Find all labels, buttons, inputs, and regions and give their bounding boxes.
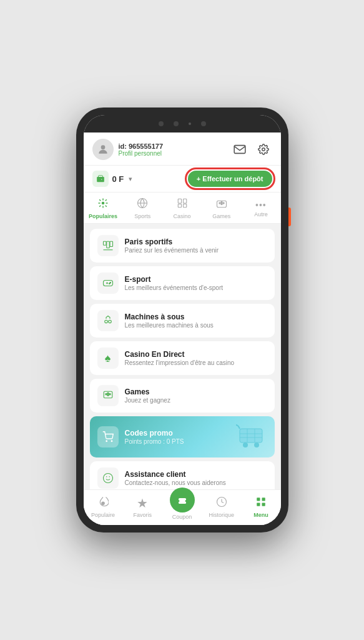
svg-point-13 [221, 203, 222, 204]
balance-amount: 0 F [112, 174, 124, 184]
games-icon [216, 198, 227, 212]
profile-label: Profil personnel [119, 150, 164, 157]
svg-rect-3 [97, 177, 104, 182]
svg-rect-45 [262, 498, 265, 501]
cart-svg [235, 422, 267, 449]
svg-point-27 [107, 392, 108, 394]
svg-rect-17 [110, 241, 113, 246]
paris-sportifs-subtitle: Pariez sur les événements à venir [125, 247, 219, 254]
header: id: 965555177 Profil personnel [84, 132, 281, 166]
esport-text: E-sport Les meilleurs événements d'e-spo… [125, 275, 224, 291]
svg-rect-44 [257, 498, 260, 501]
bottom-nav-populaire[interactable]: Populaire [84, 496, 123, 518]
menu-item-games[interactable]: Games Jouez et gagnez [90, 379, 275, 412]
wallet-icon [92, 171, 109, 187]
historique-nav-label: Historique [209, 512, 234, 518]
menu-item-esport[interactable]: E-sport Les meilleurs événements d'e-spo… [90, 266, 275, 300]
favoris-nav-icon: ★ [137, 496, 148, 511]
machines-text: Machines à sous Les meilleures machines … [125, 312, 214, 329]
casino-spade-icon: ♠ [105, 352, 111, 365]
app-content: id: 965555177 Profil personnel [84, 132, 281, 525]
menu-item-codes-promo[interactable]: Codes promo Points promo : 0 PTS [90, 416, 275, 458]
svg-point-33 [243, 442, 248, 448]
camera-right [201, 121, 206, 126]
svg-rect-46 [257, 502, 260, 506]
svg-point-22 [110, 282, 111, 284]
favoris-nav-label: Favoris [134, 512, 152, 518]
menu-item-machines[interactable]: Machines à sous Les meilleures machines … [90, 304, 275, 338]
casino-icon [177, 198, 188, 212]
profile-section[interactable]: id: 965555177 Profil personnel [92, 139, 164, 160]
bottom-nav-coupon[interactable]: Coupon [162, 494, 202, 520]
tab-sports[interactable]: Sports [123, 196, 162, 221]
paris-sportifs-icon-wrap [97, 235, 119, 256]
mail-icon-button[interactable] [231, 141, 248, 158]
deposit-button[interactable]: + Effectuer un dépôt [188, 171, 272, 187]
svg-rect-47 [262, 502, 265, 506]
assistance-title: Assistance client [125, 470, 226, 479]
bottom-nav: Populaire ★ Favoris Coupon [84, 489, 281, 525]
svg-point-25 [108, 320, 111, 323]
svg-point-14 [223, 202, 224, 204]
bottom-nav-historique[interactable]: Historique [202, 496, 241, 518]
games-label: Games [212, 213, 230, 219]
populaire-nav-icon [97, 496, 109, 511]
svg-point-11 [219, 202, 220, 204]
phone-frame: id: 965555177 Profil personnel [76, 108, 288, 532]
svg-point-2 [262, 148, 265, 151]
tab-casino[interactable]: Casino [162, 196, 202, 221]
codes-promo-subtitle: Points promo : 0 PTS [125, 438, 184, 445]
machines-title: Machines à sous [125, 312, 214, 321]
tab-autre[interactable]: ••• Autre [241, 199, 280, 219]
svg-rect-1 [234, 146, 245, 154]
balance-section[interactable]: 0 F ▾ [92, 171, 133, 187]
speaker [189, 122, 191, 125]
svg-point-23 [109, 283, 110, 284]
svg-point-26 [105, 394, 106, 395]
machines-subtitle: Les meilleures machines à sous [125, 322, 214, 329]
assistance-subtitle: Contactez-nous, nous vous aiderons [125, 479, 226, 486]
games-menu-text: Games Jouez et gagnez [125, 388, 170, 404]
camera-left [159, 121, 164, 126]
svg-point-28 [107, 394, 108, 396]
svg-rect-9 [183, 204, 186, 208]
codes-promo-icon-wrap [97, 426, 119, 448]
tab-populaires[interactable]: Populaires [84, 196, 123, 221]
menu-item-assistance[interactable]: Assistance client Contactez-nous, nous v… [90, 461, 275, 489]
machines-icon-wrap [97, 310, 119, 331]
menu-list: Paris sportifs Pariez sur les événements… [84, 224, 281, 489]
settings-icon-button[interactable] [255, 141, 272, 158]
bottom-nav-menu[interactable]: Menu [241, 496, 280, 518]
camera-center [174, 121, 179, 126]
profile-info: id: 965555177 Profil personnel [119, 142, 164, 157]
balance-bar: 0 F ▾ + Effectuer un dépôt [84, 166, 281, 192]
menu-item-paris-sportifs[interactable]: Paris sportifs Pariez sur les événements… [90, 229, 275, 262]
populaire-nav-label: Populaire [91, 512, 115, 518]
menu-item-casino[interactable]: ♠ Casino En Direct Ressentez l'impressio… [90, 341, 275, 375]
svg-rect-32 [240, 429, 262, 442]
assistance-icon-wrap [97, 468, 119, 489]
svg-point-30 [106, 441, 107, 442]
casino-direct-subtitle: Ressentez l'impression d'être au casino [125, 359, 235, 366]
menu-nav-label: Menu [253, 512, 268, 518]
svg-point-42 [102, 502, 105, 505]
svg-point-4 [102, 202, 105, 205]
svg-point-31 [111, 441, 112, 442]
phone-screen: id: 965555177 Profil personnel [84, 115, 281, 525]
codes-promo-title: Codes promo [125, 429, 184, 438]
paris-sportifs-title: Paris sportifs [125, 238, 219, 246]
bottom-nav-favoris[interactable]: ★ Favoris [123, 496, 162, 518]
esport-icon-wrap [97, 272, 119, 294]
esport-title: E-sport [125, 275, 224, 284]
assistance-text: Assistance client Contactez-nous, nous v… [125, 470, 226, 486]
svg-rect-15 [103, 241, 106, 245]
coupon-nav-icon [170, 488, 195, 512]
svg-point-12 [221, 201, 222, 202]
svg-point-39 [103, 474, 112, 483]
casino-direct-icon-wrap: ♠ [97, 348, 119, 369]
svg-rect-8 [178, 204, 181, 208]
populaires-icon [97, 198, 109, 212]
sports-icon [137, 198, 148, 212]
populaires-label: Populaires [89, 213, 117, 219]
tab-games[interactable]: Games [202, 196, 241, 221]
